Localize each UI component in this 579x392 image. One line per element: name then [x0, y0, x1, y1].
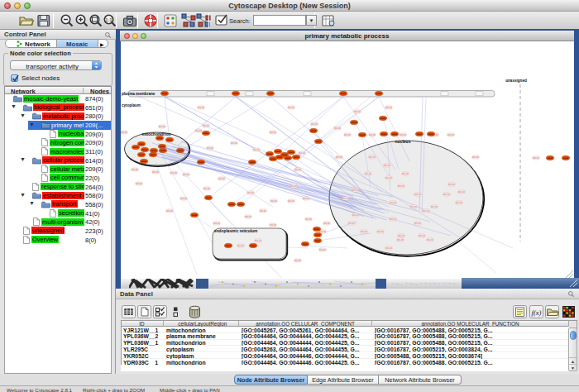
svg-text:xxx-xx: xxx-xx	[159, 126, 165, 128]
svg-text:xxx-xx: xxx-xx	[121, 131, 127, 134]
svg-text:xxx-xx: xxx-xx	[253, 149, 260, 151]
svg-text:xxx-xx: xxx-xx	[472, 156, 479, 159]
svg-text:xxx-xx: xxx-xx	[348, 222, 355, 225]
svg-text:xxx-xx: xxx-xx	[299, 152, 305, 155]
svg-text:xxx-xx: xxx-xx	[414, 222, 421, 225]
svg-text:xxx-xx: xxx-xx	[323, 222, 330, 225]
svg-text:xxx-xx: xxx-xx	[423, 210, 429, 213]
svg-text:xxx-xx: xxx-xx	[305, 218, 312, 221]
svg-text:xxx-xx: xxx-xx	[448, 184, 455, 186]
svg-text:xxx-xx: xxx-xx	[183, 174, 189, 176]
svg-text:xxx-xx: xxx-xx	[447, 134, 454, 136]
svg-text:xxx-xx: xxx-xx	[132, 169, 138, 171]
svg-text:xxx-xx: xxx-xx	[270, 224, 276, 227]
svg-text:xxx-xx: xxx-xx	[398, 235, 404, 237]
svg-text:nucleus: nucleus	[395, 139, 411, 144]
svg-text:xxx-xx: xxx-xx	[443, 194, 450, 196]
svg-text:xxx-xx: xxx-xx	[390, 218, 396, 221]
svg-text:cytoplasm: cytoplasm	[122, 103, 141, 108]
svg-text:xxx-xx: xxx-xx	[294, 260, 301, 262]
svg-text:xxx-xx: xxx-xx	[311, 123, 318, 126]
svg-text:xxx-xx: xxx-xx	[166, 210, 173, 213]
svg-text:xxx-xx: xxx-xx	[180, 198, 187, 200]
svg-text:xxx-xx: xxx-xx	[458, 191, 465, 194]
svg-text:xxx-xx: xxx-xx	[288, 200, 294, 203]
svg-text:xxx-xx: xxx-xx	[170, 172, 177, 174]
svg-text:xxx-xx: xxx-xx	[255, 240, 261, 242]
svg-text:xxx-xx: xxx-xx	[397, 239, 404, 241]
svg-text:xxx-xx: xxx-xx	[237, 245, 244, 247]
svg-text:f(x): f(x)	[532, 308, 542, 317]
svg-text:xxx-xx: xxx-xx	[398, 185, 404, 188]
svg-text:xxx-xx: xxx-xx	[203, 125, 209, 127]
svg-text:xxx-xx: xxx-xx	[270, 200, 277, 203]
svg-text:xxx-xx: xxx-xx	[213, 222, 220, 225]
svg-text:xxx-xx: xxx-xx	[288, 107, 294, 109]
svg-text:xxx-xx: xxx-xx	[319, 249, 326, 251]
svg-text:xxx-xx: xxx-xx	[369, 156, 376, 159]
svg-text:xxx-xx: xxx-xx	[400, 134, 406, 136]
svg-text:xxx-xx: xxx-xx	[342, 198, 349, 200]
svg-text:xxx-xx: xxx-xx	[377, 231, 384, 233]
svg-text:xxx-xx: xxx-xx	[384, 165, 390, 167]
svg-text:xxx-xx: xxx-xx	[385, 247, 392, 250]
svg-text:xxx-xx: xxx-xx	[207, 147, 213, 150]
svg-text:xxx-xx: xxx-xx	[533, 157, 539, 160]
svg-text:xxx-xx: xxx-xx	[410, 206, 417, 208]
svg-text:xxx-xx: xxx-xx	[414, 194, 421, 196]
svg-text:xxx-xx: xxx-xx	[203, 188, 210, 190]
svg-text:xxx-xx: xxx-xx	[245, 216, 251, 218]
svg-text:xxx-xx: xxx-xx	[247, 192, 254, 194]
svg-text:xxx-xx: xxx-xx	[419, 235, 425, 237]
svg-text:xxx-xx: xxx-xx	[290, 185, 297, 188]
svg-text:xxx-xx: xxx-xx	[361, 231, 367, 233]
svg-text:unassigned: unassigned	[505, 79, 527, 83]
svg-text:xxx-xx: xxx-xx	[354, 111, 361, 113]
svg-text:xxx-xx: xxx-xx	[195, 130, 202, 132]
svg-text:xxx-xx: xxx-xx	[402, 173, 409, 175]
svg-text:xxx-xx: xxx-xx	[336, 156, 342, 159]
svg-text:xxx-xx: xxx-xx	[334, 127, 341, 130]
svg-text:xxx-xx: xxx-xx	[390, 202, 396, 204]
svg-text:xxx-xx: xxx-xx	[456, 202, 462, 204]
svg-text:xxx-xx: xxx-xx	[198, 107, 204, 109]
svg-text:xxx-xx: xxx-xx	[270, 131, 276, 134]
svg-text:xxx-xx: xxx-xx	[352, 189, 359, 192]
svg-text:xxx-xx: xxx-xx	[431, 206, 438, 208]
svg-text:xxx-xx: xxx-xx	[260, 210, 266, 213]
svg-text:xxx-xx: xxx-xx	[294, 169, 301, 171]
svg-text:xxx-xx: xxx-xx	[136, 183, 142, 185]
svg-text:xxx-xx: xxx-xx	[385, 177, 392, 179]
svg-text:xxx-xx: xxx-xx	[231, 142, 237, 145]
svg-text:xxx-xx: xxx-xx	[369, 134, 376, 136]
svg-text:xxx-xx: xxx-xx	[427, 239, 433, 241]
svg-text:xxx-xx: xxx-xx	[344, 134, 351, 136]
svg-text:mitochondrion: mitochondrion	[142, 131, 171, 136]
svg-text:xxx-xx: xxx-xx	[352, 214, 359, 217]
svg-text:endoplasmic reticulum: endoplasmic reticulum	[214, 229, 257, 233]
svg-text:xxx-xx: xxx-xx	[152, 171, 159, 174]
svg-text:xxx-xx: xxx-xx	[303, 198, 309, 200]
svg-text:xxx-xx: xxx-xx	[218, 178, 225, 180]
svg-text:plasma membrane: plasma membrane	[122, 92, 156, 96]
svg-text:xxx-xx: xxx-xx	[385, 107, 392, 109]
svg-text:1:1: 1:1	[105, 17, 112, 22]
svg-text:xxx-xx: xxx-xx	[365, 173, 371, 175]
